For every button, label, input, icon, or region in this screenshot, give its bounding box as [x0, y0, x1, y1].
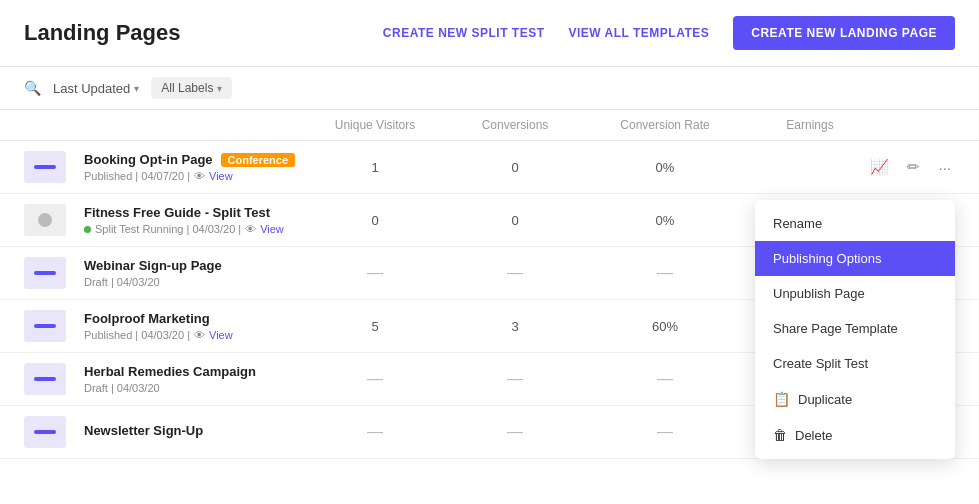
row-thumbnail	[24, 310, 84, 342]
sort-label: Last Updated	[53, 81, 130, 96]
label-badge: Conference	[221, 153, 296, 167]
header: Landing Pages CREATE NEW SPLIT TEST VIEW…	[0, 0, 979, 67]
row-title: Webinar Sign-up Page	[84, 258, 305, 273]
eye-icon: 👁	[194, 329, 205, 341]
header-actions: CREATE NEW SPLIT TEST VIEW ALL TEMPLATES…	[383, 16, 955, 50]
cell-visitors: 1	[305, 160, 445, 175]
eye-icon: 👁	[194, 170, 205, 182]
page-name: Foolproof Marketing	[84, 311, 210, 326]
menu-item-publishing[interactable]: Publishing Options	[755, 241, 955, 276]
filter-label: All Labels	[161, 81, 213, 95]
row-meta: Draft | 04/03/20	[84, 382, 305, 394]
page-name: Fitness Free Guide - Split Test	[84, 205, 270, 220]
edit-icon-button[interactable]: ✏	[903, 156, 924, 178]
col-header-visitors: Unique Visitors	[305, 118, 445, 132]
page-name: Booking Opt-in Page	[84, 152, 213, 167]
col-header-conversions: Conversions	[445, 118, 585, 132]
row-thumbnail	[24, 257, 84, 289]
sort-button[interactable]: Last Updated ▾	[53, 81, 139, 96]
page-title: Landing Pages	[24, 20, 383, 46]
row-status: Published | 04/03/20 |	[84, 329, 190, 341]
cell-conversions: —	[445, 264, 585, 282]
row-actions: 📈 ✏ ···	[875, 156, 955, 178]
page-name: Herbal Remedies Campaign	[84, 364, 256, 379]
cell-visitors: —	[305, 423, 445, 441]
cell-conversions: 3	[445, 319, 585, 334]
thumb-circle	[38, 213, 52, 227]
create-landing-page-button[interactable]: CREATE NEW LANDING PAGE	[733, 16, 955, 50]
cell-rate: 0%	[585, 160, 745, 175]
row-title: Newsletter Sign-Up	[84, 423, 305, 438]
row-meta: Draft | 04/03/20	[84, 276, 305, 288]
view-link[interactable]: View	[209, 170, 233, 182]
more-options-button[interactable]: ···	[934, 157, 955, 178]
row-thumbnail	[24, 363, 84, 395]
thumb-purple	[24, 310, 66, 342]
col-header-name	[84, 118, 305, 132]
publishing-label: Publishing Options	[773, 251, 881, 266]
menu-item-share[interactable]: Share Page Template	[755, 311, 955, 346]
menu-item-rename[interactable]: Rename	[755, 206, 955, 241]
menu-item-duplicate[interactable]: 📋 Duplicate	[755, 381, 955, 417]
view-link[interactable]: View	[209, 329, 233, 341]
cell-rate: 60%	[585, 319, 745, 334]
chart-icon-button[interactable]: 📈	[866, 156, 893, 178]
thumb-purple	[24, 363, 66, 395]
thumb-bar	[34, 165, 56, 169]
thumb-purple	[24, 416, 66, 448]
thumb-gray	[24, 204, 66, 236]
cell-rate: —	[585, 370, 745, 388]
menu-item-delete[interactable]: 🗑 Delete	[755, 417, 955, 453]
duplicate-icon: 📋	[773, 391, 790, 407]
cell-visitors: —	[305, 264, 445, 282]
toolbar: 🔍 Last Updated ▾ All Labels ▾	[0, 67, 979, 110]
row-meta: Published | 04/07/20 | 👁 View	[84, 170, 305, 182]
row-status: Published | 04/07/20 |	[84, 170, 190, 182]
split-test-label: Create Split Test	[773, 356, 868, 371]
row-status: Draft | 04/03/20	[84, 276, 160, 288]
cell-rate: 0%	[585, 213, 745, 228]
status-dot-icon	[84, 226, 91, 233]
search-icon[interactable]: 🔍	[24, 80, 41, 96]
eye-icon: 👁	[245, 223, 256, 235]
row-thumbnail	[24, 151, 84, 183]
col-header-earnings: Earnings	[745, 118, 875, 132]
col-header-actions	[875, 118, 955, 132]
table-row: Booking Opt-in Page Conference Published…	[0, 141, 979, 194]
menu-item-split-test[interactable]: Create Split Test	[755, 346, 955, 381]
row-status: Draft | 04/03/20	[84, 382, 160, 394]
thumb-purple	[24, 257, 66, 289]
cell-conversions: —	[445, 370, 585, 388]
split-test-link[interactable]: CREATE NEW SPLIT TEST	[383, 26, 545, 40]
row-name-cell: Foolproof Marketing Published | 04/03/20…	[84, 311, 305, 341]
row-status: Split Test Running | 04/03/20 |	[95, 223, 241, 235]
templates-link[interactable]: VIEW ALL TEMPLATES	[568, 26, 709, 40]
delete-icon: 🗑	[773, 427, 787, 443]
delete-label: Delete	[795, 428, 833, 443]
thumb-purple	[24, 151, 66, 183]
thumb-bar	[34, 271, 56, 275]
thumb-bar	[34, 377, 56, 381]
row-thumbnail	[24, 416, 84, 448]
row-title: Foolproof Marketing	[84, 311, 305, 326]
thumb-bar	[34, 430, 56, 434]
row-name-cell: Herbal Remedies Campaign Draft | 04/03/2…	[84, 364, 305, 394]
cell-conversions: —	[445, 423, 585, 441]
cell-conversions: 0	[445, 160, 585, 175]
cell-visitors: 5	[305, 319, 445, 334]
thumb-bar	[34, 324, 56, 328]
sort-chevron-icon: ▾	[134, 83, 139, 94]
context-menu: Rename Publishing Options Unpublish Page…	[755, 200, 955, 459]
row-title: Herbal Remedies Campaign	[84, 364, 305, 379]
view-link[interactable]: View	[260, 223, 284, 235]
menu-item-unpublish[interactable]: Unpublish Page	[755, 276, 955, 311]
row-thumbnail	[24, 204, 84, 236]
cell-visitors: —	[305, 370, 445, 388]
label-filter[interactable]: All Labels ▾	[151, 77, 232, 99]
row-name-cell: Booking Opt-in Page Conference Published…	[84, 152, 305, 182]
row-name-cell: Newsletter Sign-Up	[84, 423, 305, 441]
duplicate-label: Duplicate	[798, 392, 852, 407]
filter-chevron-icon: ▾	[217, 83, 222, 94]
page-name: Newsletter Sign-Up	[84, 423, 203, 438]
row-title: Fitness Free Guide - Split Test	[84, 205, 305, 220]
